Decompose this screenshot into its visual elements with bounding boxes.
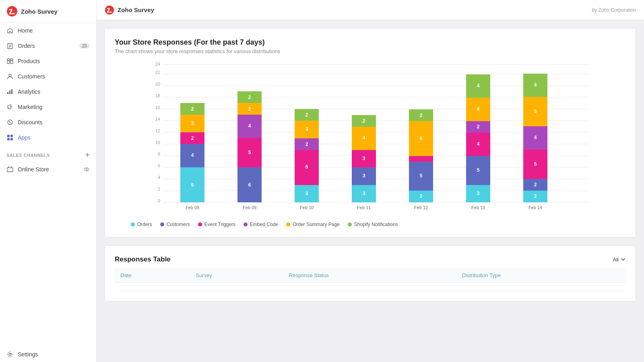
legend-embed-code-dot bbox=[244, 222, 248, 226]
sidebar-item-online-store[interactable]: Online Store bbox=[0, 162, 96, 177]
legend-customers: Customers bbox=[160, 222, 190, 227]
main-content: Zoho Survey by Zoho Corporation Your Sto… bbox=[97, 0, 644, 362]
analytics-icon bbox=[6, 88, 14, 95]
online-store-icon bbox=[6, 166, 14, 173]
svg-text:4: 4 bbox=[534, 82, 537, 88]
sidebar-item-home-label: Home bbox=[18, 27, 33, 34]
sidebar-item-products[interactable]: Products bbox=[0, 53, 96, 69]
svg-text:2: 2 bbox=[305, 142, 308, 147]
svg-text:2: 2 bbox=[477, 124, 480, 130]
legend-embed-code-label: Embed Code bbox=[250, 222, 278, 227]
sidebar-item-discounts[interactable]: Discounts bbox=[0, 115, 96, 130]
svg-text:4: 4 bbox=[158, 175, 160, 180]
table-header: Date Survey Response Status Distribution… bbox=[115, 268, 626, 283]
svg-text:2: 2 bbox=[420, 113, 423, 118]
legend-shopify-notifications: Shopify Notifications bbox=[348, 222, 398, 227]
products-icon bbox=[6, 58, 14, 65]
add-channel-icon[interactable]: + bbox=[85, 151, 90, 159]
sidebar-item-home[interactable]: Home bbox=[0, 23, 96, 38]
legend-embed-code: Embed Code bbox=[244, 222, 278, 227]
svg-text:5: 5 bbox=[248, 150, 251, 155]
topbar-logo-icon bbox=[105, 5, 114, 15]
filter-select[interactable]: All bbox=[613, 257, 626, 263]
orders-badge: 23 bbox=[79, 43, 90, 49]
svg-text:14: 14 bbox=[155, 117, 160, 121]
svg-text:10: 10 bbox=[155, 140, 160, 145]
sales-channels-section: SALES CHANNELS + bbox=[0, 145, 96, 162]
svg-point-17 bbox=[10, 123, 11, 123]
sidebar-item-analytics[interactable]: Analytics bbox=[0, 84, 96, 99]
svg-text:20: 20 bbox=[155, 82, 160, 86]
svg-text:6: 6 bbox=[191, 182, 194, 188]
svg-text:5: 5 bbox=[477, 167, 480, 173]
chart-subtitle: The chart shows your store responses sta… bbox=[115, 48, 626, 54]
settings-icon bbox=[6, 351, 14, 358]
svg-text:22: 22 bbox=[155, 70, 160, 75]
chart-card: Your Store Responses (For the past 7 day… bbox=[105, 28, 636, 237]
table-row bbox=[115, 283, 626, 291]
sidebar-bottom: Settings bbox=[0, 347, 96, 362]
legend-customers-label: Customers bbox=[167, 222, 190, 227]
orders-icon bbox=[6, 42, 14, 49]
svg-text:3: 3 bbox=[191, 121, 194, 126]
chart-container: 0 2 4 6 8 10 12 14 16 18 20 22 24 bbox=[115, 62, 626, 215]
chart-legend: Orders Customers Event Triggers Embed Co… bbox=[115, 222, 626, 227]
svg-text:0: 0 bbox=[158, 198, 160, 203]
chevron-down-icon bbox=[620, 257, 626, 262]
content-area: Your Store Responses (For the past 7 day… bbox=[97, 20, 644, 317]
svg-text:2: 2 bbox=[363, 118, 365, 124]
sidebar-item-customers[interactable]: Customers bbox=[0, 69, 96, 84]
sidebar-item-settings[interactable]: Settings bbox=[0, 347, 96, 362]
svg-text:5: 5 bbox=[420, 173, 423, 179]
topbar: Zoho Survey by Zoho Corporation bbox=[97, 0, 644, 20]
sidebar-item-customers-label: Customers bbox=[18, 73, 45, 80]
svg-text:4: 4 bbox=[477, 141, 480, 147]
svg-text:Feb 11: Feb 11 bbox=[357, 205, 371, 210]
svg-rect-10 bbox=[7, 92, 8, 94]
svg-text:4: 4 bbox=[191, 152, 194, 158]
discounts-icon bbox=[6, 119, 14, 126]
topbar-by: by Zoho Corporation bbox=[592, 7, 636, 13]
svg-text:4: 4 bbox=[363, 135, 365, 141]
svg-text:2: 2 bbox=[191, 106, 194, 112]
legend-orders-label: Orders bbox=[137, 222, 152, 227]
topbar-logo: Zoho Survey bbox=[105, 5, 154, 15]
svg-rect-7 bbox=[7, 59, 10, 60]
svg-text:2: 2 bbox=[534, 193, 537, 199]
svg-text:4: 4 bbox=[248, 123, 251, 129]
sidebar-logo: Zoho Survey bbox=[0, 0, 96, 23]
sidebar-item-analytics-label: Analytics bbox=[18, 88, 40, 95]
legend-shopify-notifications-dot bbox=[348, 222, 352, 226]
sidebar: Zoho Survey Home Orders 23 Products bbox=[0, 0, 97, 362]
sidebar-item-marketing[interactable]: Marketing bbox=[0, 99, 96, 115]
svg-rect-11 bbox=[9, 90, 10, 94]
svg-text:3: 3 bbox=[305, 126, 308, 132]
home-icon bbox=[6, 27, 14, 34]
responses-table: Date Survey Response Status Distribution… bbox=[115, 268, 626, 291]
legend-orders: Orders bbox=[131, 222, 152, 227]
svg-rect-20 bbox=[7, 138, 10, 140]
sidebar-item-apps[interactable]: Apps bbox=[0, 130, 96, 145]
svg-rect-101 bbox=[409, 156, 433, 162]
sidebar-item-marketing-label: Marketing bbox=[18, 104, 42, 110]
svg-rect-19 bbox=[10, 135, 13, 137]
sidebar-item-products-label: Products bbox=[18, 58, 40, 64]
visibility-icon[interactable] bbox=[83, 166, 90, 173]
legend-order-summary-label: Order Summary Page bbox=[293, 222, 340, 227]
svg-text:8: 8 bbox=[158, 152, 160, 156]
svg-text:6: 6 bbox=[420, 136, 423, 141]
sidebar-item-discounts-label: Discounts bbox=[18, 119, 42, 125]
sidebar-item-apps-label: Apps bbox=[18, 134, 31, 141]
legend-orders-dot bbox=[131, 222, 135, 226]
svg-text:Feb 10: Feb 10 bbox=[300, 205, 314, 210]
col-distribution-type: Distribution Type bbox=[456, 268, 626, 283]
svg-text:6: 6 bbox=[248, 182, 251, 188]
legend-order-summary-dot bbox=[286, 222, 290, 226]
svg-text:2: 2 bbox=[534, 182, 537, 187]
svg-text:6: 6 bbox=[158, 163, 160, 168]
sales-channels-label: SALES CHANNELS bbox=[6, 153, 50, 158]
chart-title: Your Store Responses (For the past 7 day… bbox=[115, 38, 626, 47]
sidebar-item-orders[interactable]: Orders 23 bbox=[0, 38, 96, 53]
svg-point-24 bbox=[86, 169, 87, 170]
table-body bbox=[115, 283, 626, 291]
